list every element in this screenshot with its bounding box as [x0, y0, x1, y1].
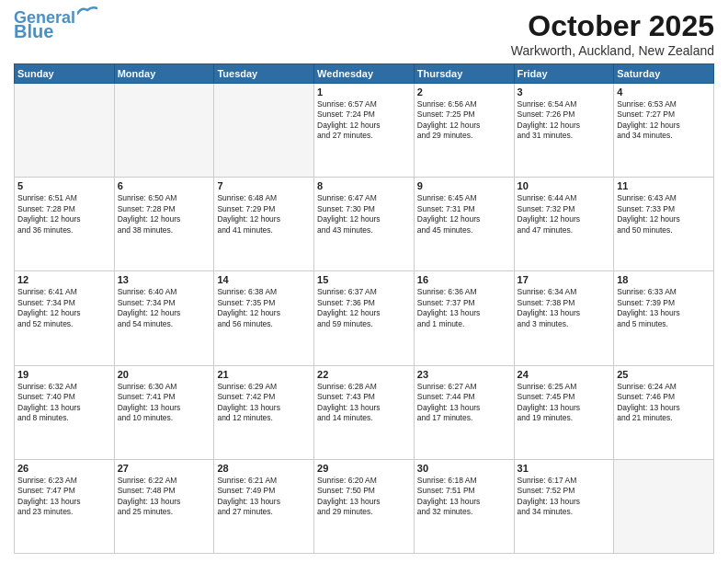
calendar-cell: 1Sunrise: 6:57 AM Sunset: 7:24 PM Daylig…	[314, 84, 415, 178]
calendar-cell: 10Sunrise: 6:44 AM Sunset: 7:32 PM Dayli…	[514, 178, 614, 271]
day-number: 25	[617, 369, 711, 380]
cell-info: Sunrise: 6:28 AM Sunset: 7:43 PM Dayligh…	[317, 382, 411, 424]
calendar-cell	[214, 84, 314, 178]
calendar-cell: 13Sunrise: 6:40 AM Sunset: 7:34 PM Dayli…	[114, 271, 214, 365]
cell-info: Sunrise: 6:47 AM Sunset: 7:30 PM Dayligh…	[317, 193, 411, 236]
cell-info: Sunrise: 6:41 AM Sunset: 7:34 PM Dayligh…	[17, 287, 111, 329]
day-number: 5	[17, 180, 111, 191]
day-number: 26	[17, 463, 111, 474]
col-friday: Friday	[514, 64, 614, 84]
calendar-cell: 16Sunrise: 6:36 AM Sunset: 7:37 PM Dayli…	[414, 271, 514, 365]
day-number: 2	[417, 86, 511, 98]
cell-info: Sunrise: 6:44 AM Sunset: 7:32 PM Dayligh…	[518, 193, 611, 236]
cell-info: Sunrise: 6:45 AM Sunset: 7:31 PM Dayligh…	[417, 193, 511, 236]
calendar-header-row: Sunday Monday Tuesday Wednesday Thursday…	[15, 64, 714, 84]
day-number: 29	[317, 463, 411, 474]
calendar-cell: 14Sunrise: 6:38 AM Sunset: 7:35 PM Dayli…	[214, 271, 314, 365]
day-number: 20	[118, 369, 211, 380]
calendar-cell: 11Sunrise: 6:43 AM Sunset: 7:33 PM Dayli…	[614, 178, 714, 271]
cell-info: Sunrise: 6:36 AM Sunset: 7:37 PM Dayligh…	[417, 287, 511, 329]
day-number: 16	[417, 274, 511, 285]
day-number: 24	[518, 369, 611, 380]
calendar-cell: 22Sunrise: 6:28 AM Sunset: 7:43 PM Dayli…	[314, 365, 415, 459]
calendar-cell: 26Sunrise: 6:23 AM Sunset: 7:47 PM Dayli…	[15, 459, 115, 553]
cell-info: Sunrise: 6:27 AM Sunset: 7:44 PM Dayligh…	[417, 382, 511, 424]
calendar-cell: 30Sunrise: 6:18 AM Sunset: 7:51 PM Dayli…	[414, 459, 514, 553]
calendar-cell: 5Sunrise: 6:51 AM Sunset: 7:28 PM Daylig…	[15, 178, 115, 271]
calendar-cell: 27Sunrise: 6:22 AM Sunset: 7:48 PM Dayli…	[114, 459, 214, 553]
day-number: 8	[317, 180, 411, 191]
month-title: October 2025	[511, 9, 714, 43]
calendar-cell: 3Sunrise: 6:54 AM Sunset: 7:26 PM Daylig…	[514, 84, 614, 178]
day-number: 17	[518, 274, 611, 285]
day-number: 27	[118, 463, 211, 474]
calendar-cell	[15, 84, 115, 178]
calendar-cell	[614, 459, 714, 553]
calendar-cell: 2Sunrise: 6:56 AM Sunset: 7:25 PM Daylig…	[414, 84, 514, 178]
calendar-cell: 8Sunrise: 6:47 AM Sunset: 7:30 PM Daylig…	[314, 178, 415, 271]
location: Warkworth, Auckland, New Zealand	[511, 43, 714, 58]
calendar-cell: 12Sunrise: 6:41 AM Sunset: 7:34 PM Dayli…	[15, 271, 115, 365]
day-number: 28	[217, 463, 311, 474]
day-number: 30	[417, 463, 511, 474]
cell-info: Sunrise: 6:48 AM Sunset: 7:29 PM Dayligh…	[217, 193, 311, 236]
day-number: 1	[317, 86, 411, 98]
day-number: 9	[417, 180, 511, 191]
calendar-cell: 20Sunrise: 6:30 AM Sunset: 7:41 PM Dayli…	[114, 365, 214, 459]
cell-info: Sunrise: 6:56 AM Sunset: 7:25 PM Dayligh…	[417, 99, 511, 142]
col-saturday: Saturday	[614, 64, 714, 84]
cell-info: Sunrise: 6:37 AM Sunset: 7:36 PM Dayligh…	[317, 287, 411, 329]
day-number: 19	[17, 369, 111, 380]
col-sunday: Sunday	[15, 64, 115, 84]
calendar-cell: 15Sunrise: 6:37 AM Sunset: 7:36 PM Dayli…	[314, 271, 415, 365]
cell-info: Sunrise: 6:22 AM Sunset: 7:48 PM Dayligh…	[118, 476, 211, 518]
cell-info: Sunrise: 6:24 AM Sunset: 7:46 PM Dayligh…	[617, 382, 711, 424]
calendar-cell: 18Sunrise: 6:33 AM Sunset: 7:39 PM Dayli…	[614, 271, 714, 365]
calendar-cell: 4Sunrise: 6:53 AM Sunset: 7:27 PM Daylig…	[614, 84, 714, 178]
day-number: 13	[118, 274, 211, 285]
day-number: 4	[617, 86, 711, 98]
cell-info: Sunrise: 6:17 AM Sunset: 7:52 PM Dayligh…	[518, 476, 611, 518]
cell-info: Sunrise: 6:51 AM Sunset: 7:28 PM Dayligh…	[17, 193, 111, 236]
day-number: 3	[518, 86, 611, 98]
cell-info: Sunrise: 6:54 AM Sunset: 7:26 PM Dayligh…	[518, 99, 611, 142]
cell-info: Sunrise: 6:38 AM Sunset: 7:35 PM Dayligh…	[217, 287, 311, 329]
cell-info: Sunrise: 6:40 AM Sunset: 7:34 PM Dayligh…	[118, 287, 211, 329]
logo: General Blue	[14, 9, 97, 40]
calendar-cell: 28Sunrise: 6:21 AM Sunset: 7:49 PM Dayli…	[214, 459, 314, 553]
cell-info: Sunrise: 6:20 AM Sunset: 7:50 PM Dayligh…	[317, 476, 411, 518]
logo-blue: Blue	[14, 22, 53, 40]
logo-bird-icon	[77, 6, 97, 21]
calendar-cell: 6Sunrise: 6:50 AM Sunset: 7:28 PM Daylig…	[114, 178, 214, 271]
calendar-cell: 23Sunrise: 6:27 AM Sunset: 7:44 PM Dayli…	[414, 365, 514, 459]
page: General Blue October 2025 Warkworth, Auc…	[0, 0, 728, 563]
calendar-cell: 19Sunrise: 6:32 AM Sunset: 7:40 PM Dayli…	[15, 365, 115, 459]
day-number: 22	[317, 369, 411, 380]
day-number: 10	[518, 180, 611, 191]
cell-info: Sunrise: 6:53 AM Sunset: 7:27 PM Dayligh…	[617, 99, 711, 142]
calendar-cell: 9Sunrise: 6:45 AM Sunset: 7:31 PM Daylig…	[414, 178, 514, 271]
calendar-cell: 31Sunrise: 6:17 AM Sunset: 7:52 PM Dayli…	[514, 459, 614, 553]
day-number: 15	[317, 274, 411, 285]
header: General Blue October 2025 Warkworth, Auc…	[14, 9, 714, 58]
day-number: 21	[217, 369, 311, 380]
calendar-cell	[114, 84, 214, 178]
calendar-cell: 7Sunrise: 6:48 AM Sunset: 7:29 PM Daylig…	[214, 178, 314, 271]
cell-info: Sunrise: 6:57 AM Sunset: 7:24 PM Dayligh…	[317, 99, 411, 142]
col-monday: Monday	[114, 64, 214, 84]
day-number: 18	[617, 274, 711, 285]
cell-info: Sunrise: 6:29 AM Sunset: 7:42 PM Dayligh…	[217, 382, 311, 424]
title-block: October 2025 Warkworth, Auckland, New Ze…	[511, 9, 714, 58]
cell-info: Sunrise: 6:34 AM Sunset: 7:38 PM Dayligh…	[518, 287, 611, 329]
calendar-cell: 21Sunrise: 6:29 AM Sunset: 7:42 PM Dayli…	[214, 365, 314, 459]
calendar-cell: 17Sunrise: 6:34 AM Sunset: 7:38 PM Dayli…	[514, 271, 614, 365]
day-number: 7	[217, 180, 311, 191]
cell-info: Sunrise: 6:50 AM Sunset: 7:28 PM Dayligh…	[118, 193, 211, 236]
day-number: 14	[217, 274, 311, 285]
day-number: 11	[617, 180, 711, 191]
cell-info: Sunrise: 6:25 AM Sunset: 7:45 PM Dayligh…	[518, 382, 611, 424]
cell-info: Sunrise: 6:33 AM Sunset: 7:39 PM Dayligh…	[617, 287, 711, 329]
cell-info: Sunrise: 6:23 AM Sunset: 7:47 PM Dayligh…	[17, 476, 111, 518]
col-tuesday: Tuesday	[214, 64, 314, 84]
cell-info: Sunrise: 6:18 AM Sunset: 7:51 PM Dayligh…	[417, 476, 511, 518]
